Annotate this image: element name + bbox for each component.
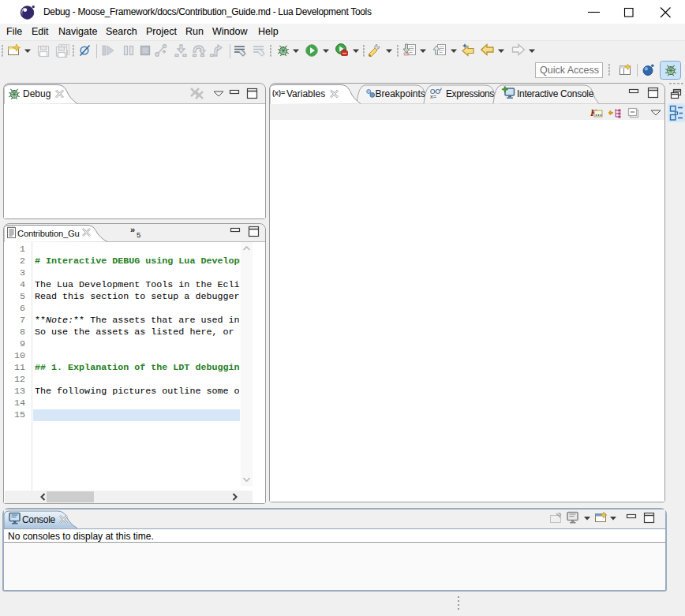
svg-text:x=: x= (430, 93, 437, 100)
svg-text:Expressions: Expressions (446, 88, 494, 99)
svg-text:Contribution_Gu: Contribution_Gu (17, 229, 79, 238)
svg-text:Interactive Console: Interactive Console (517, 88, 594, 99)
svg-text:(x)=: (x)= (272, 89, 285, 97)
svg-text:Debug: Debug (23, 88, 51, 99)
svg-text:Breakpoints: Breakpoints (376, 88, 425, 99)
svg-text:5: 5 (137, 230, 140, 239)
svg-text:Variables: Variables (286, 88, 325, 99)
svg-text:»: » (130, 225, 135, 234)
svg-text:Console: Console (22, 514, 56, 525)
